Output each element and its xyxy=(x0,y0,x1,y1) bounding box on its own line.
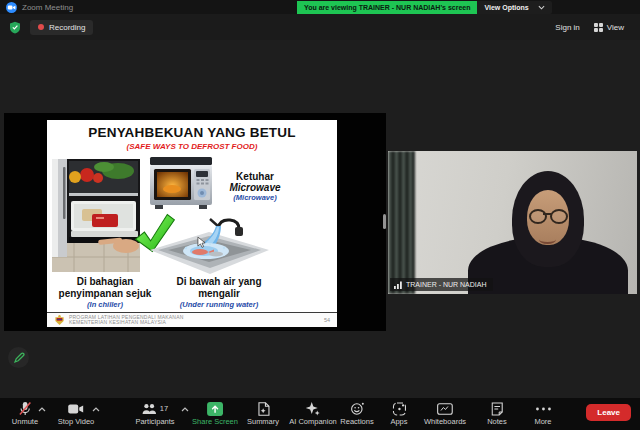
chevron-down-icon xyxy=(538,5,545,10)
apps-label: Apps xyxy=(390,417,407,426)
chiller-caption-line2: penyimpanan sejuk xyxy=(51,288,159,300)
video-camera-icon xyxy=(68,401,84,416)
window-blinds-background xyxy=(388,151,415,294)
reactions-smiley-icon xyxy=(350,401,364,416)
pencil-icon xyxy=(13,352,25,364)
microwave-label: Ketuhar Microwave (Microwave) xyxy=(217,171,293,202)
meeting-toolbar: Unmute Stop Video xyxy=(0,398,640,430)
whiteboards-button[interactable]: Whiteboards xyxy=(424,401,466,426)
slide-footer-line2: KEMENTERIAN KESIHATAN MALAYSIA xyxy=(69,320,184,326)
apps-button[interactable]: Apps xyxy=(390,401,407,426)
apps-icon xyxy=(392,401,406,416)
malaysia-coat-of-arms-logo xyxy=(54,314,65,326)
recording-label: Recording xyxy=(49,23,85,32)
slide-footer: PROGRAM LATIHAN PENGENDALI MAKANAN KEMEN… xyxy=(47,312,337,327)
recording-indicator[interactable]: Recording xyxy=(30,20,93,35)
unmute-label: Unmute xyxy=(12,417,38,426)
whiteboards-label: Whiteboards xyxy=(424,417,466,426)
fridge-chiller-photo xyxy=(52,159,140,272)
leave-button[interactable]: Leave xyxy=(586,404,631,421)
chiller-caption-line1: Di bahagian xyxy=(51,276,159,288)
meeting-menu-bar: Recording Sign in View xyxy=(0,14,640,40)
participants-options-chevron[interactable] xyxy=(181,407,189,412)
stop-video-label: Stop Video xyxy=(58,417,95,426)
video-options-chevron[interactable] xyxy=(92,407,100,412)
participants-label: Participants xyxy=(135,417,174,426)
mouse-cursor-icon xyxy=(197,236,206,249)
stop-video-button[interactable]: Stop Video xyxy=(58,401,95,426)
running-water-caption-translation: (Under running water) xyxy=(163,300,275,310)
chiller-caption-translation: (In chiller) xyxy=(51,300,159,310)
ai-companion-button[interactable]: AI Companion xyxy=(289,401,337,426)
participant-name-tag: TRAINER - NUR NADIAH xyxy=(390,278,493,291)
security-shield-icon[interactable] xyxy=(9,21,21,34)
running-water-caption: Di bawah air yang mengalir (Under runnin… xyxy=(163,276,275,310)
participants-button[interactable]: 17 Participants xyxy=(135,401,174,426)
ai-companion-icon xyxy=(306,401,321,416)
connection-signal-icon xyxy=(394,281,403,289)
summary-button[interactable]: Summary xyxy=(247,401,279,426)
panel-resize-handle[interactable] xyxy=(383,214,386,229)
microwave-label-line2: Microwave xyxy=(217,182,293,193)
view-label: View xyxy=(607,23,624,32)
sign-in-button[interactable]: Sign in xyxy=(548,20,586,35)
recording-dot-icon xyxy=(38,24,44,30)
slide-footer-text: PROGRAM LATIHAN PENGENDALI MAKANAN KEMEN… xyxy=(69,315,184,326)
microwave-label-line3: (Microwave) xyxy=(217,193,293,202)
reactions-label: Reactions xyxy=(340,417,373,426)
zoom-meeting-window: Zoom Meeting You are viewing TRAINER - N… xyxy=(0,0,640,430)
participants-count-badge: 17 xyxy=(160,404,168,413)
speaker-smile xyxy=(539,235,556,244)
notes-label: Notes xyxy=(487,417,507,426)
unmute-options-chevron[interactable] xyxy=(38,407,46,412)
zoom-app-icon xyxy=(6,2,17,13)
sign-in-label: Sign in xyxy=(555,23,579,32)
view-button[interactable]: View xyxy=(587,20,631,35)
presentation-slide: PENYAHBEKUAN YANG BETUL (SAFE WAYS TO DE… xyxy=(47,120,337,327)
whiteboard-icon xyxy=(437,401,453,416)
chiller-caption: Di bahagian penyimpanan sejuk (In chille… xyxy=(51,276,159,310)
microwave-photo xyxy=(149,157,213,211)
more-button[interactable]: More xyxy=(534,401,551,426)
slide-page-number: 54 xyxy=(324,317,330,323)
ai-companion-label: AI Companion xyxy=(289,417,337,426)
running-water-caption-line1: Di bawah air yang xyxy=(163,276,275,288)
unmute-button[interactable]: Unmute xyxy=(12,401,38,426)
participant-name: TRAINER - NUR NADIAH xyxy=(406,281,487,288)
speaker-video-tile[interactable]: TRAINER - NUR NADIAH xyxy=(388,151,637,294)
participants-icon xyxy=(142,403,157,415)
glasses-bridge xyxy=(543,213,551,215)
slide-subtitle: (SAFE WAYS TO DEFROST FOOD) xyxy=(47,142,337,151)
slide-title: PENYAHBEKUAN YANG BETUL xyxy=(47,125,337,140)
shared-screen-area: PENYAHBEKUAN YANG BETUL (SAFE WAYS TO DE… xyxy=(4,113,386,331)
view-options-button[interactable]: View Options xyxy=(477,1,551,14)
meeting-stage: PENYAHBEKUAN YANG BETUL (SAFE WAYS TO DE… xyxy=(0,40,640,398)
running-water-caption-line2: mengalir xyxy=(163,288,275,300)
notes-icon xyxy=(491,401,503,416)
glasses-left-lens xyxy=(529,209,547,224)
notes-button[interactable]: Notes xyxy=(487,401,507,426)
share-screen-label: Share Screen xyxy=(192,417,238,426)
app-title: Zoom Meeting xyxy=(22,3,73,12)
glasses-right-lens xyxy=(550,209,568,224)
annotate-button[interactable] xyxy=(8,347,29,368)
summary-label: Summary xyxy=(247,417,279,426)
more-dots-icon xyxy=(535,401,551,416)
gallery-view-icon xyxy=(594,23,603,32)
summary-icon xyxy=(257,401,270,416)
share-screen-button[interactable]: Share Screen xyxy=(192,401,238,426)
reactions-button[interactable]: Reactions xyxy=(340,401,373,426)
view-options-label: View Options xyxy=(484,4,528,11)
running-water-sink-photo xyxy=(148,214,271,276)
more-label: More xyxy=(534,417,551,426)
screen-share-banner: You are viewing TRAINER - NUR NADIAH's s… xyxy=(297,1,552,14)
viewing-screen-banner: You are viewing TRAINER - NUR NADIAH's s… xyxy=(297,1,477,14)
share-screen-icon xyxy=(207,401,223,416)
microwave-label-line1: Ketuhar xyxy=(217,171,293,182)
microphone-muted-icon xyxy=(18,401,32,416)
